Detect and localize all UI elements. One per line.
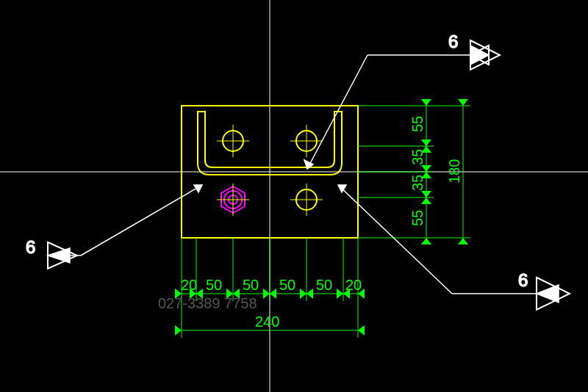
svg-marker-30 bbox=[270, 288, 276, 299]
dim-50-2: 50 bbox=[243, 277, 259, 293]
dim-35-1: 35 bbox=[409, 149, 426, 165]
section-leaders: 6 6 6 bbox=[26, 32, 570, 310]
dim-240: 240 bbox=[255, 313, 279, 330]
dim-20-1: 20 bbox=[181, 277, 197, 293]
svg-marker-53 bbox=[421, 238, 431, 244]
svg-marker-51 bbox=[421, 191, 431, 197]
dim-20-2: 20 bbox=[345, 277, 362, 293]
dim-55-top: 55 bbox=[409, 116, 426, 132]
leader-6-left: 6 bbox=[26, 237, 35, 257]
dim-right: 55 35 35 55 180 bbox=[358, 99, 470, 244]
cad-drawing: 20 50 50 50 50 20 240 55 3 bbox=[0, 0, 588, 392]
svg-line-62 bbox=[81, 185, 202, 255]
svg-marker-52 bbox=[421, 197, 431, 204]
svg-marker-32 bbox=[306, 288, 313, 299]
svg-marker-47 bbox=[421, 139, 431, 146]
svg-marker-35 bbox=[337, 288, 343, 299]
dim-50-4: 50 bbox=[316, 277, 332, 293]
svg-marker-39 bbox=[358, 325, 365, 335]
watermark-text: 027-3389 7758 bbox=[158, 295, 257, 311]
dim-180: 180 bbox=[446, 159, 462, 184]
svg-marker-65 bbox=[48, 248, 70, 263]
svg-marker-31 bbox=[263, 288, 270, 299]
dim-35-2: 35 bbox=[409, 175, 426, 191]
svg-marker-56 bbox=[458, 238, 468, 244]
svg-marker-33 bbox=[300, 288, 306, 299]
svg-marker-38 bbox=[175, 325, 182, 335]
leader-6-top: 6 bbox=[448, 32, 458, 51]
svg-marker-49 bbox=[421, 165, 431, 172]
svg-marker-69 bbox=[537, 285, 559, 302]
dim-50-3: 50 bbox=[279, 277, 295, 293]
leader-6-right: 6 bbox=[518, 270, 528, 290]
dim-bottom: 20 50 50 50 50 20 240 bbox=[175, 238, 365, 338]
dim-55-bot: 55 bbox=[409, 210, 426, 226]
svg-marker-55 bbox=[458, 99, 468, 106]
dim-50-1: 50 bbox=[206, 277, 222, 293]
svg-marker-46 bbox=[421, 99, 431, 106]
centerlines bbox=[0, 0, 588, 392]
